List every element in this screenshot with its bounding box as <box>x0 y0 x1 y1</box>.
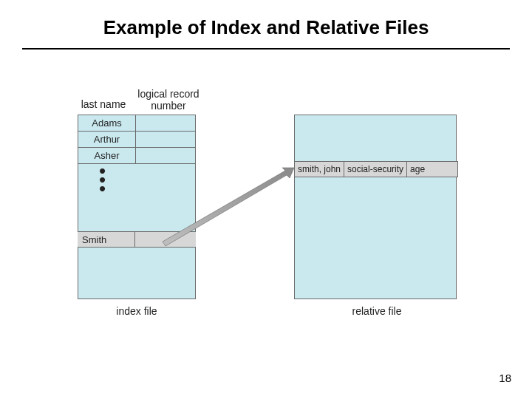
index-num-cell <box>136 115 195 131</box>
index-num-cell <box>136 148 195 163</box>
diagram: last name logical record number Adams Ar… <box>74 78 473 321</box>
record-field-name: smith, john <box>295 162 344 177</box>
table-row: Adams <box>78 115 195 132</box>
index-num-cell <box>136 132 195 147</box>
record-field-age: age <box>407 162 428 177</box>
index-row-smith: Smith <box>78 231 196 248</box>
index-name-cell: Arthur <box>78 132 136 147</box>
slide-title: Example of Index and Relative Files <box>0 0 532 48</box>
index-name-cell: Smith <box>78 232 135 247</box>
ellipsis-icon: ••• <box>99 166 106 193</box>
index-file-box: Adams Arthur Asher <box>78 115 196 299</box>
table-row: Asher <box>78 148 195 164</box>
index-name-cell: Asher <box>78 148 136 163</box>
caption-relative-file: relative file <box>332 305 421 317</box>
page-number: 18 <box>499 372 511 384</box>
relative-file-box <box>294 115 457 299</box>
header-line1: logical record <box>137 88 199 100</box>
header-logical-record-number: logical record number <box>132 88 205 112</box>
index-name-cell: Adams <box>78 115 136 131</box>
index-num-cell <box>135 232 196 247</box>
header-line2: number <box>151 100 185 112</box>
table-row: Arthur <box>78 132 195 148</box>
relative-record-row: smith, john social-security age <box>294 161 458 177</box>
caption-index-file: index file <box>96 305 177 317</box>
record-field-ssn: social-security <box>344 162 407 177</box>
title-divider <box>22 48 510 50</box>
header-last-name: last name <box>74 98 133 110</box>
